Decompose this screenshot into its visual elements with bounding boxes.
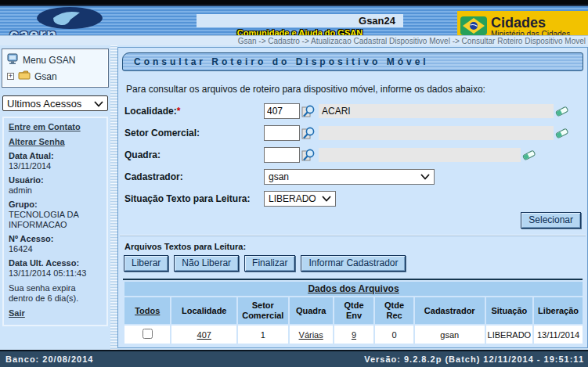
tree-item-gsan[interactable]: + Gsan [7,70,105,82]
action-buttons-row: Liberar Não Liberar Finalizar Informar C… [124,255,587,272]
group-label: Grupo: [9,200,102,210]
required-asterisk: * [177,106,181,117]
field-row-situacao: Situação Texto para Leitura: LIBERADO [124,190,581,207]
quadra-search-icon[interactable] [301,148,316,162]
intro-text: Para consultar os arquivos de roteiro pa… [126,84,579,95]
contact-link[interactable]: Entre em Contato [9,122,81,132]
current-date-label: Data Atual: [9,151,102,161]
change-password-link[interactable]: Alterar Senha [9,137,65,147]
selecionar-button[interactable]: Selecionar [521,212,581,228]
field-row-setor: Setor Comercial: [124,124,581,141]
last-access-label: Data Ult. Acesso: [9,258,102,268]
logout-link[interactable]: Sair [9,308,25,318]
setor-label: Setor Comercial: [124,128,264,139]
table-header-row: Todos Localidade Setor Comercial Quadra … [124,297,583,324]
page-title: Consultar Roteiro do Dispositivo Móvel [122,52,583,71]
situacao-selected-value: LIBERADO [269,193,316,204]
situacao-label: Situação Texto para Leitura: [124,193,264,204]
localidade-label: Localidade:* [124,106,264,117]
row-quadra-link[interactable]: Várias [299,330,323,340]
situacao-select[interactable]: LIBERADO [264,191,336,207]
arquivos-table: Dados dos Arquivos Todos Localidade Seto… [123,280,584,345]
recent-access-select[interactable]: Ultimos Acessos [2,95,108,111]
col-quadra: Quadra [290,297,333,324]
section-separator [120,235,586,236]
cadastrador-selected-value: gsan [269,171,289,182]
row-situacao: LIBERADO [486,326,533,344]
access-count-value: 16424 [9,244,102,254]
cidades-title: Cidades [491,16,570,30]
localidade-code-input[interactable] [264,103,300,119]
quadra-eraser-icon[interactable] [522,148,536,162]
header-banner: caern Gsan24 Comunidade e Ajuda do GSAN … [0,5,588,35]
col-situacao: Situação [486,297,533,324]
localidade-search-icon[interactable] [301,104,316,118]
table-title: Dados dos Arquivos [124,282,583,296]
field-row-cadastrador: Cadastrador: gsan [124,168,581,185]
arquivos-section-label: Arquivos Textos para Leitura: [124,242,587,251]
tree-item-label[interactable]: Gsan [34,71,57,82]
quadra-code-input[interactable] [264,147,300,163]
row-qtde-env-link[interactable]: 9 [352,330,356,340]
field-row-localidade: Localidade:* ACARI [124,103,581,119]
menu-gsan-label: Menu GSAN [23,55,75,66]
row-liberacao: 13/11/2014 [534,326,583,344]
user-label: Usuário: [9,175,102,185]
setor-code-input[interactable] [264,125,300,141]
main-panel: Consultar Roteiro do Dispositivo Móvel P… [117,47,588,348]
current-date-value: 13/11/2014 [9,161,102,171]
cadastrador-label: Cadastrador: [124,171,264,182]
nao-liberar-button[interactable]: Não Liberar [174,255,239,272]
col-qtde-env: Qtde Env [334,297,374,324]
col-setor-comercial: Setor Comercial [238,297,288,324]
cadastrador-select[interactable]: gsan [264,169,435,185]
menu-gsan-box: Menu GSAN + Gsan [2,49,109,88]
col-liberacao: Liberação [534,297,583,324]
footer-bar: Banco: 20/08/2014 Versão: 9.2.8.2p (Batc… [0,350,588,367]
row-setor-comercial: 1 [238,326,288,344]
row-qtde-rec: 0 [375,326,413,344]
row-cadastrador: gsan [415,326,485,344]
recent-access-value: Ultimos Acessos [7,98,81,110]
col-cadastrador: Cadastrador [415,297,485,324]
access-count-label: Nº Acesso: [9,234,102,244]
finalizar-button[interactable]: Finalizar [244,255,295,272]
field-row-quadra: Quadra: [124,146,581,163]
setor-search-icon[interactable] [301,126,316,140]
quadra-label: Quadra: [124,149,264,160]
breadcrumb-bar: Gsan -> Cadastro -> Atualizacao Cadastra… [0,35,588,45]
computer-icon [7,53,19,67]
table-row: 407 1 Várias 9 0 gsan LIBERADO 13/11/201… [124,326,583,344]
app-title: Gsan24 [197,14,403,27]
last-access-value: 13/11/2014 05:11:43 [9,268,102,279]
chevron-down-icon [94,98,103,110]
footer-banco: Banco: 20/08/2014 [5,354,93,364]
page: caern Gsan24 Comunidade e Ajuda do GSAN … [0,0,588,367]
localidade-eraser-icon[interactable] [555,104,569,118]
menu-gsan-header: Menu GSAN [7,53,105,67]
group-value: TECNOLOGIA DA INFORMACAO [9,210,102,230]
quadra-name-field [319,148,521,162]
chevron-down-icon [420,171,430,182]
session-info-box: Entre em Contato Alterar Senha Data Atua… [2,117,108,326]
col-todos[interactable]: Todos [135,306,160,315]
informar-cadastrador-button[interactable]: Informar Cadastrador [301,255,406,272]
tree-expander-icon[interactable]: + [7,73,14,80]
chevron-down-icon [322,193,331,204]
user-value: admin [9,185,102,196]
localidade-name-field: ACARI [319,104,554,118]
col-localidade: Localidade [171,297,236,324]
folder-icon [18,70,31,82]
setor-name-field [319,126,554,140]
breadcrumb: Gsan -> Cadastro -> Atualizacao Cadastra… [238,37,586,45]
setor-eraser-icon[interactable] [555,126,569,140]
password-expire-note: Sua senha expira dentro de 6 dia(s). [9,283,102,304]
liberar-button[interactable]: Liberar [124,255,168,272]
row-localidade-link[interactable]: 407 [197,330,211,340]
footer-versao: Versão: 9.2.8.2p (Batch) 12/11/2014 - 19… [364,354,584,364]
col-qtde-rec: Qtde Rec [375,297,413,324]
selecionar-row: Selecionar [118,212,581,228]
sidebar-main-gutter [110,45,117,350]
row-select-checkbox[interactable] [142,329,153,339]
sidebar: Menu GSAN + Gsan Ultimos Acessos Entre e [0,45,110,350]
